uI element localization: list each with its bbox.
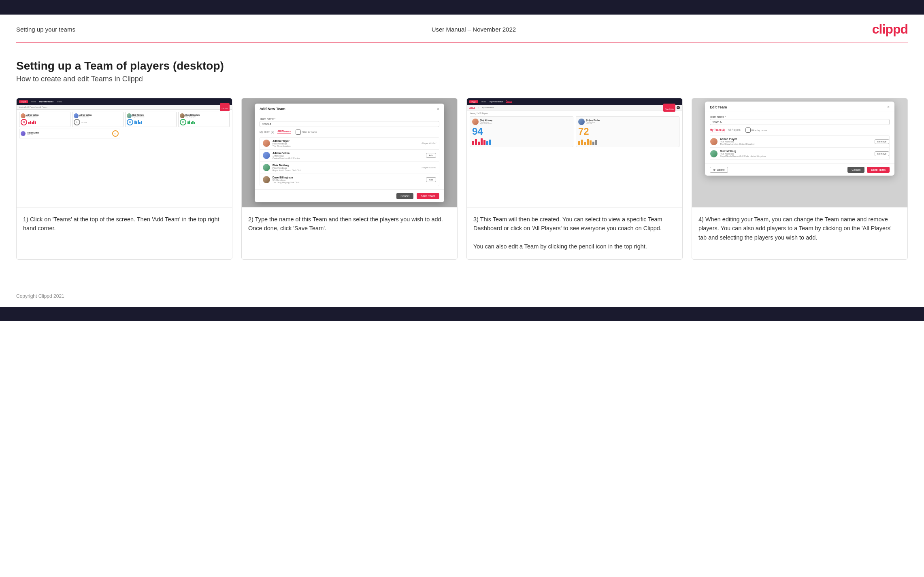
player-row-2: Adrian Coliba 1 Handicap Central London …	[260, 150, 439, 162]
edit-team-name-input[interactable]: Team A	[710, 119, 890, 125]
player-loc-1: The Show London	[273, 145, 419, 147]
player-info-1: Adrian Player Plus Handicap The Show Lon…	[273, 140, 419, 147]
card-3-dashboard: clippd Home My Performance Teams Team A …	[467, 98, 682, 207]
card-1-screenshot: clippd Home My Performance Teams Viewing…	[17, 98, 232, 208]
player-avatar-3	[263, 164, 270, 171]
bottom-bar	[0, 307, 924, 321]
edit-modal-close-icon[interactable]: ×	[887, 105, 890, 109]
card-1-text: 1) Click on 'Teams' at the top of the sc…	[17, 208, 232, 259]
modal-header: Add New Team ×	[255, 104, 444, 114]
add-player-4-button[interactable]: Add	[426, 177, 436, 182]
edit-player-name-1: Adrian Player	[720, 138, 872, 140]
edit-player-loc-1: The Show London, United Kingdom	[720, 143, 872, 145]
edit-filter-checkbox[interactable]	[745, 127, 751, 133]
edit-player-loc-2: Royal North Devon Golf Club, United King…	[720, 155, 872, 157]
header: Setting up your teams User Manual – Nove…	[0, 15, 924, 42]
edit-player-list: Adrian Player Plus Handicap The Show Lon…	[710, 135, 890, 160]
edit-player-row-1: Adrian Player Plus Handicap The Show Lon…	[710, 136, 889, 148]
card-4-screenshot: Edit Team × Team Name * Team A My Team (…	[692, 98, 907, 208]
edit-player-avatar-1	[710, 138, 717, 145]
edit-player-row-2: Blair McHarg Plus Handicap Royal North D…	[710, 148, 889, 160]
player-name-3: Blair McHarg	[273, 164, 419, 167]
card-1: clippd Home My Performance Teams Viewing…	[16, 98, 232, 260]
card-3-screenshot: clippd Home My Performance Teams Team A …	[467, 98, 682, 208]
modal-close-icon[interactable]: ×	[437, 107, 439, 111]
add-player-2-button[interactable]: Add	[426, 153, 436, 158]
player-row-3: Blair McHarg Plus Handicap Royal North D…	[260, 162, 439, 174]
page-title: Setting up a Team of players (desktop)	[16, 59, 908, 72]
card-4-text: 4) When editing your Team, you can chang…	[692, 208, 907, 259]
player-name-4: Dave Billingham	[273, 176, 424, 179]
player-avatar-4	[263, 176, 270, 183]
card-2-screenshot: Add New Team × Team Name * Team A My Tea…	[242, 98, 457, 208]
player-avatar-2	[263, 152, 270, 159]
add-team-modal: Add New Team × Team Name * Team A My Tea…	[255, 104, 444, 202]
edit-tab-my-team[interactable]: My Team (2)	[710, 128, 725, 132]
page-subtitle: How to create and edit Teams in Clippd	[16, 75, 908, 83]
card-2-text: 2) Type the name of this Team and then s…	[242, 208, 457, 259]
edit-modal-footer: 🗑 Delete Cancel Save Team	[705, 163, 894, 176]
card-3-text: 3) This Team will then be created. You c…	[467, 208, 682, 259]
modal-footer: Cancel Save Team	[255, 189, 444, 202]
card-3: clippd Home My Performance Teams Team A …	[466, 98, 683, 260]
footer: Copyright Clippd 2021	[0, 288, 924, 307]
team-name-label: Team Name *	[260, 117, 439, 120]
card-4-modal-overlay: Edit Team × Team Name * Team A My Team (…	[692, 98, 907, 207]
top-bar	[0, 0, 924, 15]
player-avatar-1	[263, 140, 270, 147]
player-info-3: Blair McHarg Plus Handicap Royal North D…	[273, 164, 419, 172]
clippd-logo: clippd	[872, 22, 908, 37]
card-4: Edit Team × Team Name * Team A My Team (…	[692, 98, 908, 260]
player-name-1: Adrian Player	[273, 140, 419, 142]
player-row-4: Dave Billingham 5.5 Handicap The Ding Ma…	[260, 174, 439, 186]
edit-modal-header: Edit Team ×	[705, 102, 894, 112]
edit-modal-title: Edit Team	[710, 105, 727, 109]
player-loc-3: Royal North Devon Golf Club	[273, 169, 419, 172]
trash-icon: 🗑	[713, 168, 716, 171]
modal-body: Team Name * Team A My Team (2) All Playe…	[255, 114, 444, 189]
modal-title: Add New Team	[260, 107, 285, 111]
player-info-4: Dave Billingham 5.5 Handicap The Ding Ma…	[273, 176, 424, 184]
filter-label: Filter by name	[302, 131, 317, 133]
edit-modal-body: Team Name * Team A My Team (2) All Playe…	[705, 112, 894, 163]
edit-filter-label: Filter by name	[752, 129, 767, 132]
edit-team-name-label: Team Name *	[710, 115, 890, 118]
edit-player-name-2: Blair McHarg	[720, 150, 872, 153]
delete-button[interactable]: 🗑 Delete	[710, 167, 728, 173]
copyright-text: Copyright Clippd 2021	[16, 293, 64, 299]
remove-player-1-button[interactable]: Remove	[875, 139, 889, 144]
edit-footer-right: Cancel Save Team	[847, 167, 890, 173]
header-left-text: Setting up your teams	[16, 26, 75, 33]
player-3-added: Player Added	[422, 166, 436, 169]
filter-checkbox[interactable]	[296, 129, 301, 135]
edit-modal-tabs: My Team (2) All Players Filter by name	[710, 127, 890, 133]
player-row-1: Adrian Player Plus Handicap The Show Lon…	[260, 138, 439, 150]
player-1-added: Player Added	[422, 142, 436, 144]
cancel-button[interactable]: Cancel	[396, 193, 413, 199]
player-loc-4: The Ding Maging Golf Club	[273, 181, 424, 184]
main-content: Setting up a Team of players (desktop) H…	[0, 43, 924, 288]
player-info-2: Adrian Coliba 1 Handicap Central London …	[273, 152, 424, 159]
edit-team-modal: Edit Team × Team Name * Team A My Team (…	[705, 102, 894, 176]
tab-my-team[interactable]: My Team (2)	[260, 130, 274, 134]
save-team-button[interactable]: Save Team	[417, 193, 439, 199]
player-name-2: Adrian Coliba	[273, 152, 424, 155]
card-2-modal-overlay: Add New Team × Team Name * Team A My Tea…	[242, 98, 457, 207]
edit-cancel-button[interactable]: Cancel	[847, 167, 864, 173]
cards-grid: clippd Home My Performance Teams Viewing…	[16, 98, 908, 260]
edit-player-info-2: Blair McHarg Plus Handicap Royal North D…	[720, 150, 872, 157]
modal-tabs: My Team (2) All Players Filter by name	[260, 129, 439, 135]
remove-player-2-button[interactable]: Remove	[875, 151, 889, 156]
edit-tab-all-players[interactable]: All Players	[728, 128, 741, 132]
edit-save-team-button[interactable]: Save Team	[867, 167, 890, 173]
edit-player-info-1: Adrian Player Plus Handicap The Show Lon…	[720, 138, 872, 145]
edit-player-avatar-2	[710, 150, 717, 157]
player-loc-2: Central London Golf Centre	[273, 157, 424, 159]
card-2: Add New Team × Team Name * Team A My Tea…	[241, 98, 458, 260]
player-list: Adrian Player Plus Handicap The Show Lon…	[260, 137, 439, 186]
header-center-text: User Manual – November 2022	[432, 26, 516, 33]
tab-all-players[interactable]: All Players	[277, 130, 291, 134]
team-name-input[interactable]: Team A	[260, 121, 439, 127]
